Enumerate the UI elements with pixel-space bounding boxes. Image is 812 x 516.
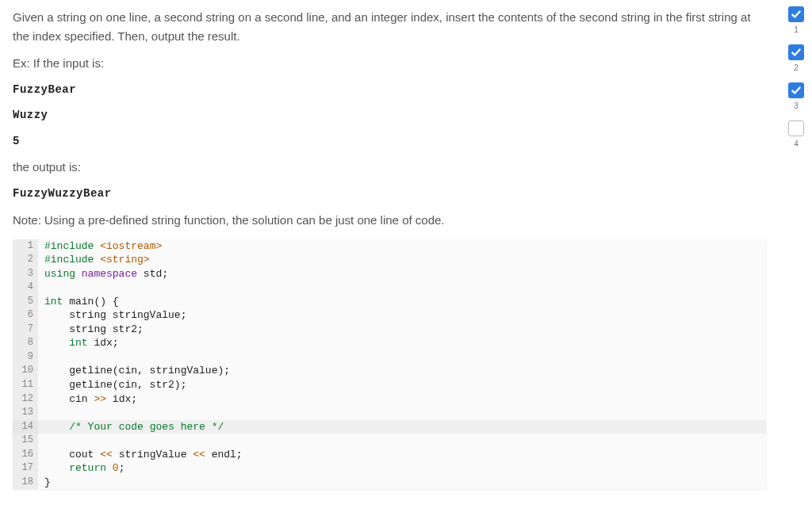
progress-step-number: 1: [794, 24, 799, 36]
line-number: 13: [13, 406, 38, 420]
code-text[interactable]: int idx;: [38, 336, 766, 350]
code-line[interactable]: 4: [13, 281, 766, 295]
instructions-block: Given a string on one line, a second str…: [13, 8, 766, 230]
code-line[interactable]: 1#include <iostream>: [13, 239, 766, 254]
line-number: 4: [13, 281, 38, 295]
line-number: 8: [13, 336, 38, 350]
code-line[interactable]: 11 getline(cin, str2);: [13, 378, 766, 392]
code-text[interactable]: [38, 350, 766, 365]
code-line[interactable]: 7 string str2;: [13, 323, 766, 337]
code-text[interactable]: [38, 434, 766, 448]
checkmark-icon[interactable]: [788, 44, 804, 60]
checkmark-icon[interactable]: [788, 82, 804, 98]
progress-step: 1: [788, 6, 804, 36]
code-text[interactable]: cout << stringValue << endl;: [38, 448, 766, 462]
line-number: 10: [13, 364, 38, 378]
page-root: Given a string on one line, a second str…: [0, 5, 812, 489]
code-text[interactable]: getline(cin, stringValue);: [38, 364, 766, 378]
code-line[interactable]: 13: [13, 406, 766, 420]
code-line[interactable]: 17 return 0;: [13, 461, 766, 476]
line-number: 16: [13, 448, 38, 462]
example-output-line: FuzzyWuzzyBear: [13, 185, 766, 202]
line-number: 9: [13, 350, 38, 365]
code-line[interactable]: 3using namespace std;: [13, 267, 766, 281]
line-number: 18: [13, 476, 38, 490]
checkbox-empty-icon[interactable]: [788, 120, 804, 136]
example-input-line: Wuzzy: [13, 106, 766, 124]
main-content: Given a string on one line, a second str…: [0, 5, 780, 489]
code-line[interactable]: 15: [13, 434, 766, 448]
code-line[interactable]: 8 int idx;: [13, 336, 766, 350]
progress-step-number: 4: [794, 138, 799, 151]
code-line[interactable]: 5int main() {: [13, 295, 766, 309]
code-text[interactable]: using namespace std;: [38, 267, 766, 281]
code-text[interactable]: return 0;: [38, 461, 766, 476]
code-line[interactable]: 12 cin >> idx;: [13, 392, 766, 407]
line-number: 17: [13, 461, 38, 476]
code-text[interactable]: cin >> idx;: [38, 392, 766, 407]
progress-step: 3: [788, 82, 804, 113]
checkmark-icon[interactable]: [788, 6, 804, 22]
code-line[interactable]: 14 /* Your code goes here */: [13, 420, 766, 434]
progress-sidebar: 1234: [780, 5, 812, 489]
code-text[interactable]: int main() {: [38, 295, 766, 309]
progress-step: 4: [788, 120, 804, 151]
code-editor[interactable]: 1#include <iostream>2#include <string>3u…: [13, 239, 766, 490]
code-text[interactable]: [38, 281, 766, 295]
progress-step-number: 2: [794, 62, 799, 75]
instruction-paragraph: Given a string on one line, a second str…: [13, 8, 766, 46]
code-text[interactable]: }: [38, 476, 766, 490]
code-text[interactable]: getline(cin, str2);: [38, 378, 766, 392]
hint-paragraph: Note: Using a pre-defined string functio…: [13, 211, 766, 230]
code-line[interactable]: 18}: [13, 476, 766, 490]
line-number: 5: [13, 295, 38, 309]
code-text[interactable]: string str2;: [38, 323, 766, 337]
line-number: 3: [13, 267, 38, 281]
line-number: 15: [13, 434, 38, 448]
line-number: 6: [13, 308, 38, 323]
line-number: 7: [13, 323, 38, 337]
line-number: 1: [13, 239, 38, 254]
code-text[interactable]: [38, 406, 766, 420]
code-text[interactable]: /* Your code goes here */: [38, 420, 766, 434]
code-line[interactable]: 9: [13, 350, 766, 365]
line-number: 2: [13, 253, 38, 267]
progress-step: 2: [788, 44, 804, 75]
code-text[interactable]: string stringValue;: [38, 308, 766, 323]
output-label: the output is:: [13, 158, 766, 177]
line-number: 11: [13, 378, 38, 392]
code-line[interactable]: 6 string stringValue;: [13, 308, 766, 323]
example-label: Ex: If the input is:: [13, 54, 766, 73]
code-line[interactable]: 10 getline(cin, stringValue);: [13, 364, 766, 378]
code-text[interactable]: #include <string>: [38, 253, 766, 267]
line-number: 14: [13, 420, 38, 434]
code-line[interactable]: 2#include <string>: [13, 253, 766, 267]
example-input-line: FuzzyBear: [13, 81, 766, 98]
line-number: 12: [13, 392, 38, 407]
progress-step-number: 3: [794, 100, 799, 113]
code-line[interactable]: 16 cout << stringValue << endl;: [13, 448, 766, 462]
code-text[interactable]: #include <iostream>: [38, 239, 766, 254]
example-input-line: 5: [13, 132, 766, 150]
